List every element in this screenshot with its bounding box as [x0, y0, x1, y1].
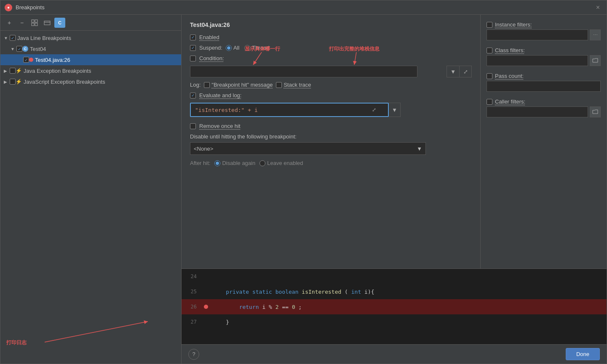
tree-item-test04[interactable]: ▼ C Test04	[0, 43, 181, 54]
tree-item-test04-26[interactable]: Test04.java:26	[0, 54, 181, 65]
evaluate-input[interactable]: "isInterested:" + i	[190, 103, 389, 117]
caller-filter-input-row	[487, 106, 601, 117]
stack-trace-checkbox[interactable]	[276, 82, 282, 88]
expand-arrow-java-line: ▼	[4, 36, 10, 40]
radio-thread[interactable]: Thread	[244, 45, 269, 51]
pass-count-input-row	[487, 81, 601, 92]
breakpoints-dialog: ● Breakpoints × + −	[0, 0, 607, 364]
condition-label: Condition:	[199, 55, 224, 61]
class-filter-checkbox[interactable]	[487, 48, 492, 53]
after-hit-label: After hit:	[190, 160, 210, 166]
folder-icon-2	[592, 109, 598, 115]
pass-count-check-label[interactable]: Pass count:	[487, 73, 601, 79]
code-line-27: 27 }	[182, 314, 607, 329]
line-num-26: 26	[182, 304, 203, 310]
close-button[interactable]: ×	[594, 3, 602, 12]
disable-again-label: Disable again	[222, 160, 255, 166]
line-dot-26	[203, 304, 209, 309]
code-line-26: 26 return i % 2 == 0 ;	[182, 299, 607, 314]
caller-filter-checkbox[interactable]	[487, 99, 492, 105]
spacer	[17, 58, 23, 62]
condition-input[interactable]	[190, 66, 417, 77]
tree-item-java-exception[interactable]: ▶ ⚡ Java Exception Breakpoints	[0, 65, 181, 76]
checkbox-java-exception[interactable]	[10, 68, 16, 74]
evaluate-input-area: "isInterested:" + i ⤢ ▼	[190, 103, 401, 117]
checkbox-js-exception[interactable]	[10, 79, 16, 85]
disable-until-label: Disable until hitting the following brea…	[190, 133, 472, 140]
after-hit-row: After hit: Disable again Leave enabled	[190, 160, 472, 166]
leave-enabled-label: Leave enabled	[267, 160, 303, 166]
checkbox-test04-26[interactable]	[23, 57, 29, 63]
checkbox-test04[interactable]	[16, 46, 22, 52]
pass-count-input[interactable]	[487, 81, 601, 92]
svg-rect-4	[44, 21, 50, 25]
svg-rect-2	[32, 23, 34, 26]
tree-item-java-line[interactable]: ▼ Java Line Breakpoints	[0, 32, 181, 43]
line-code-27: }	[209, 319, 607, 325]
radio-leave-enabled-circle	[259, 160, 265, 166]
left-panel: + − C	[0, 15, 182, 364]
radio-all[interactable]: All	[226, 45, 239, 51]
thread-label: Thread	[252, 45, 269, 51]
eval-expand-button[interactable]: ⤢	[372, 107, 376, 113]
code-line-25: 25 private static boolean isInterested (…	[182, 284, 607, 299]
condition-expand-btn[interactable]: ⤢	[459, 66, 472, 77]
class-filter-btn[interactable]	[590, 55, 601, 66]
class-filter-check-label[interactable]: Class filters:	[487, 47, 601, 53]
caller-filter-check-label[interactable]: Caller filters:	[487, 98, 601, 105]
main-content: + − C	[0, 15, 607, 364]
done-button[interactable]: Done	[566, 348, 600, 360]
caller-filter-btn[interactable]	[590, 106, 601, 117]
group-button[interactable]	[42, 18, 53, 28]
pass-count-section: Pass count:	[487, 73, 601, 92]
eval-dropdown-button[interactable]: ▼	[389, 103, 401, 117]
line-code-26: return i % 2 == 0 ;	[209, 304, 607, 310]
remove-button[interactable]: −	[16, 18, 27, 28]
right-panel: Test04.java:26 Enabled Suspend:	[182, 15, 607, 364]
instance-filter-check-label[interactable]: Instance filters:	[487, 21, 601, 28]
kw-private: private	[226, 289, 249, 295]
evaluate-row: Evaluate and log:	[190, 92, 472, 98]
evaluate-label: Evaluate and log:	[199, 92, 241, 98]
instance-filter-checkbox[interactable]	[487, 22, 492, 28]
enabled-checkbox[interactable]	[190, 35, 196, 40]
expand-arrow-java-exception: ▶	[4, 69, 10, 73]
test04-label: Test04	[30, 46, 46, 52]
java-line-label: Java Line Breakpoints	[17, 35, 71, 41]
code-preview: 24 25 private static boolean isIntereste…	[182, 268, 607, 344]
expand-all-button[interactable]	[29, 18, 40, 28]
caller-filter-input[interactable]	[487, 106, 588, 117]
pass-count-checkbox[interactable]	[487, 73, 492, 79]
radio-disable-again-circle	[214, 160, 220, 166]
caller-filter-label: Caller filters:	[495, 98, 525, 105]
tree-item-js-exception[interactable]: ▶ ⚡ JavaScript Exception Breakpoints	[0, 76, 181, 87]
class-filter-button[interactable]: C	[54, 18, 65, 28]
filters-panel: Instance filters: ⋯ Class filters:	[480, 15, 607, 268]
suspend-checkbox[interactable]	[190, 45, 196, 51]
log-row: Log: "Breakpoint hit" message Stack trac…	[190, 82, 472, 88]
line-num-27: 27	[182, 319, 203, 325]
breakpoint-tree: ▼ Java Line Breakpoints ▼ C Test04 Test0	[0, 31, 181, 364]
lightning-icon-1: ⚡	[16, 68, 22, 74]
help-button[interactable]: ?	[188, 349, 199, 360]
enabled-label: Enabled	[199, 34, 219, 40]
none-dropdown[interactable]: <None> ▼	[190, 142, 426, 155]
bottom-bar: ? Done	[182, 344, 607, 364]
condition-checkbox[interactable]	[190, 56, 196, 61]
instance-filter-btn[interactable]: ⋯	[590, 29, 601, 40]
radio-thread-circle	[244, 45, 250, 51]
folder-icon	[592, 58, 598, 64]
add-button[interactable]: +	[4, 18, 15, 28]
remove-once-hit-checkbox[interactable]	[190, 123, 196, 129]
radio-disable-again[interactable]: Disable again	[214, 160, 255, 166]
class-filter-input[interactable]	[487, 55, 588, 66]
condition-dropdown-btn[interactable]: ▼	[447, 66, 459, 77]
lightning-icon-2: ⚡	[16, 79, 22, 85]
test04-26-label: Test04.java:26	[35, 57, 70, 63]
radio-leave-enabled[interactable]: Leave enabled	[259, 160, 303, 166]
bp-message-checkbox[interactable]	[204, 82, 210, 88]
class-icon: C	[22, 46, 28, 52]
instance-filter-input[interactable]	[487, 29, 588, 40]
checkbox-java-line[interactable]	[10, 35, 16, 41]
evaluate-checkbox[interactable]	[190, 93, 196, 98]
